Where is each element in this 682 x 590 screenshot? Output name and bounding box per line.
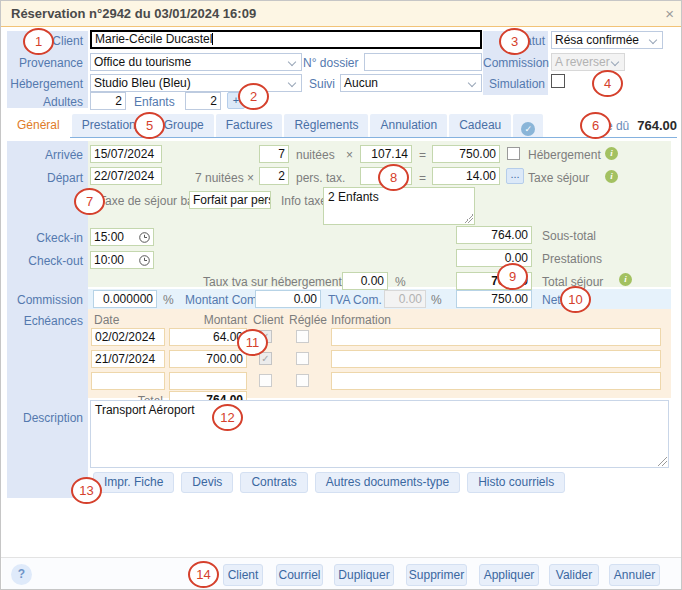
statut-select[interactable]: Résa confirmée	[551, 31, 663, 49]
tax-more-button[interactable]: ...	[506, 168, 524, 184]
description-textarea[interactable]: Transport Aéroport	[90, 400, 669, 468]
echeance-date-input[interactable]: 02/02/2024	[91, 328, 165, 346]
tax-prefix-label: 7 nuitées ×	[176, 171, 254, 185]
arrivee-date-input[interactable]: 15/07/2024	[90, 145, 162, 163]
annotation-13: 13	[71, 477, 102, 504]
info-icon[interactable]: i	[619, 273, 632, 286]
appliquer-button[interactable]: Appliquer	[479, 564, 539, 586]
echeance-montant-input[interactable]	[169, 372, 247, 390]
tab-general[interactable]: Général	[7, 114, 70, 138]
info-icon[interactable]: i	[605, 170, 618, 183]
info-taxe-textarea[interactable]: 2 Enfants	[323, 187, 475, 225]
hebergement-select[interactable]: Studio Bleu (Bleu)	[90, 74, 302, 92]
client-input[interactable]: Marie-Cécile Ducastel	[90, 30, 482, 49]
contrats-button[interactable]: Contrats	[240, 472, 307, 493]
checkin-label: Ckeck-in	[7, 231, 83, 245]
valider-button[interactable]: Valider	[549, 564, 599, 586]
resize-grip-icon	[657, 456, 667, 466]
check-circle-icon: ✓	[521, 122, 535, 136]
tab-factures[interactable]: Factures	[216, 114, 283, 137]
annotation-10: 10	[560, 286, 591, 313]
client-button[interactable]: Client	[223, 564, 263, 586]
percent-sign: %	[395, 275, 406, 289]
annotation-5: 5	[134, 112, 165, 139]
echeance-reglee-checkbox[interactable]	[296, 374, 309, 387]
echeance-reglee-checkbox[interactable]	[296, 352, 309, 365]
clock-icon	[139, 255, 150, 266]
checkout-input[interactable]: 10:00	[90, 251, 154, 269]
enfants-input[interactable]: 2	[185, 92, 221, 110]
arrivee-label: Arrivée	[7, 148, 83, 162]
percent-sign: %	[431, 293, 442, 307]
dossier-label: N° dossier	[303, 56, 358, 70]
echeance-reglee-checkbox[interactable]	[296, 330, 309, 343]
dossier-input[interactable]	[364, 53, 482, 71]
supprimer-button[interactable]: Supprimer	[406, 564, 467, 586]
echeance-info-input[interactable]	[331, 328, 661, 346]
sous-total-label: Sous-total	[542, 229, 596, 243]
annuler-button[interactable]: Annuler	[609, 564, 660, 586]
depart-label: Départ	[7, 171, 83, 185]
annotation-11: 11	[237, 329, 268, 356]
tax-total-input[interactable]: 14.00	[432, 167, 500, 185]
commission-rate-input[interactable]: 0.000000	[93, 290, 157, 308]
hebergement-checkbox[interactable]	[507, 147, 520, 160]
taxe-base-select[interactable]: Forfait par pers	[189, 191, 271, 209]
tva-input[interactable]: 0.00	[342, 272, 388, 290]
devis-button[interactable]: Devis	[181, 472, 233, 493]
tab-cadeau[interactable]: Cadeau	[449, 114, 511, 137]
annotation-3: 3	[499, 28, 530, 55]
tax-persons-input[interactable]: 2	[259, 167, 289, 185]
checkout-label: Check-out	[7, 254, 83, 268]
echeances-label: Echéances	[7, 314, 83, 328]
provenance-label: Provenance	[7, 56, 83, 70]
echeance-date-input[interactable]	[91, 372, 165, 390]
autres-documents-button[interactable]: Autres documents-type	[315, 472, 460, 493]
annotation-9: 9	[497, 263, 528, 290]
tab-reglements[interactable]: Règlements	[284, 114, 368, 137]
annotation-2: 2	[238, 83, 269, 110]
tva-com-input[interactable]: 0.00	[384, 290, 426, 308]
echeance-info-input[interactable]	[331, 350, 661, 368]
courriel-button[interactable]: Courriel	[276, 564, 323, 586]
echeance-montant-input[interactable]: 700.00	[169, 350, 247, 368]
enfants-label: Enfants	[134, 95, 175, 109]
adultes-label: Adultes	[7, 95, 83, 109]
info-icon[interactable]: i	[605, 147, 618, 160]
window-title: Réservation n°2942 du 03/01/2024 16:09	[11, 6, 256, 21]
help-button[interactable]: ?	[11, 564, 32, 585]
echeance-info-input[interactable]	[331, 372, 661, 390]
annotation-7: 7	[74, 188, 105, 215]
adultes-input[interactable]: 2	[90, 92, 126, 110]
echeance-date-input[interactable]: 21/07/2024	[91, 350, 165, 368]
echeance-montant-input[interactable]: 64.00	[169, 328, 247, 346]
simulation-checkbox[interactable]	[551, 74, 565, 88]
dupliquer-button[interactable]: Dupliquer	[334, 564, 394, 586]
nuitees-label: nuitées	[296, 148, 335, 162]
commission-mode-select[interactable]: A reverser	[551, 53, 625, 71]
night-rate-input[interactable]: 107.14	[360, 145, 412, 163]
echeances-header-montant: Montant	[191, 313, 247, 327]
nuitees-input[interactable]: 7	[259, 145, 289, 163]
echeance-client-checkbox[interactable]	[259, 374, 272, 387]
tab-annulation[interactable]: Annulation	[370, 114, 447, 137]
tab-bar: GénéralPrestationsGroupeFacturesRèglemen…	[7, 114, 677, 138]
chevron-down-icon	[649, 36, 657, 44]
suivi-select[interactable]: Aucun	[340, 74, 482, 92]
document-buttons: Impr. Fiche Devis Contrats Autres docume…	[93, 472, 565, 493]
provenance-select[interactable]: Office du tourisme	[90, 53, 302, 71]
echeances-header-date: Date	[94, 313, 119, 327]
tab-check[interactable]: ✓	[513, 114, 543, 137]
impr-fiche-button[interactable]: Impr. Fiche	[93, 472, 174, 493]
sous-total-input[interactable]: 764.00	[456, 226, 532, 244]
histo-courriels-button[interactable]: Histo courriels	[467, 472, 565, 493]
net-label: Net	[542, 293, 561, 307]
montant-com-input[interactable]: 0.00	[255, 290, 321, 308]
hebergement-total-input[interactable]: 750.00	[432, 145, 500, 163]
checkin-input[interactable]: 15:00	[90, 228, 154, 246]
net-input[interactable]: 750.00	[456, 290, 532, 308]
tva-com-label: TVA Com.	[328, 293, 382, 307]
close-icon[interactable]: ×	[665, 5, 674, 22]
depart-date-input[interactable]: 22/07/2024	[90, 167, 162, 185]
echeance-client-checkbox[interactable]: ✓	[259, 352, 272, 365]
